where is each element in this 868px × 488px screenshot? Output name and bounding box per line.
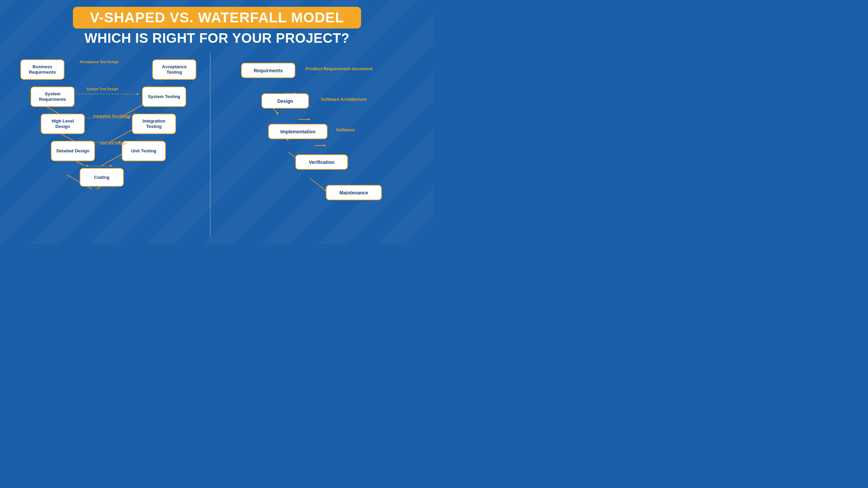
waterfall-diagram: Requirments Design Implementation Verifi…: [228, 56, 407, 234]
v-diagram: Business Requirments System Requirments …: [20, 56, 200, 234]
label-integration-test: Integration Test Design: [93, 114, 131, 118]
main-content: Business Requirments System Requirments …: [14, 53, 420, 237]
v-model-panel: Business Requirments System Requirments …: [14, 53, 206, 237]
svg-line-26: [310, 178, 326, 191]
wf-box-implementation: Implementation: [268, 124, 328, 139]
banner-text: V-SHAPED VS. WATERFALL MODEL: [90, 10, 344, 25]
title-banner: V-SHAPED VS. WATERFALL MODEL: [73, 7, 361, 29]
box-high-level-design: High Level Design: [41, 114, 85, 134]
label-system-test: System Test Design: [86, 87, 118, 91]
label-unit-test: Unit Test Design: [100, 142, 126, 145]
box-system-testing: System Testing: [142, 87, 186, 107]
wf-label-prd: Product Requirement document: [305, 66, 373, 71]
svg-marker-9: [137, 93, 139, 95]
box-business-requirements: Business Requirments: [20, 59, 64, 80]
box-system-requirements: System Requirments: [31, 87, 75, 107]
wf-box-design: Design: [261, 93, 309, 109]
wf-box-verification: Verification: [295, 154, 348, 170]
panel-divider: [210, 53, 211, 237]
box-integration-testing: Integration Testing: [132, 114, 176, 134]
svg-marker-31: [308, 118, 311, 120]
box-detailed-design: Detailed Design: [51, 141, 95, 161]
wf-label-sw: Software: [336, 127, 355, 132]
waterfall-panel: Requirments Design Implementation Verifi…: [214, 53, 420, 237]
wf-box-maintenance: Maintenance: [326, 185, 382, 200]
header: V-SHAPED VS. WATERFALL MODEL WHICH IS RI…: [14, 7, 420, 46]
wf-label-sa: Software Architecture: [321, 97, 367, 102]
svg-marker-19: [85, 165, 87, 167]
wf-box-requirements: Requirments: [241, 63, 295, 78]
subtitle: WHICH IS RIGHT FOR YOUR PROJECT?: [84, 31, 350, 46]
box-unit-testing: Unit Testing: [122, 141, 166, 161]
box-acceptance-testing: Acceptance Testing: [152, 59, 196, 80]
svg-marker-18: [110, 165, 113, 167]
svg-marker-21: [276, 112, 279, 115]
svg-marker-33: [323, 145, 327, 146]
box-coding: Coding: [80, 168, 124, 187]
label-acceptance-test: Acceptance Test Design: [80, 60, 119, 64]
